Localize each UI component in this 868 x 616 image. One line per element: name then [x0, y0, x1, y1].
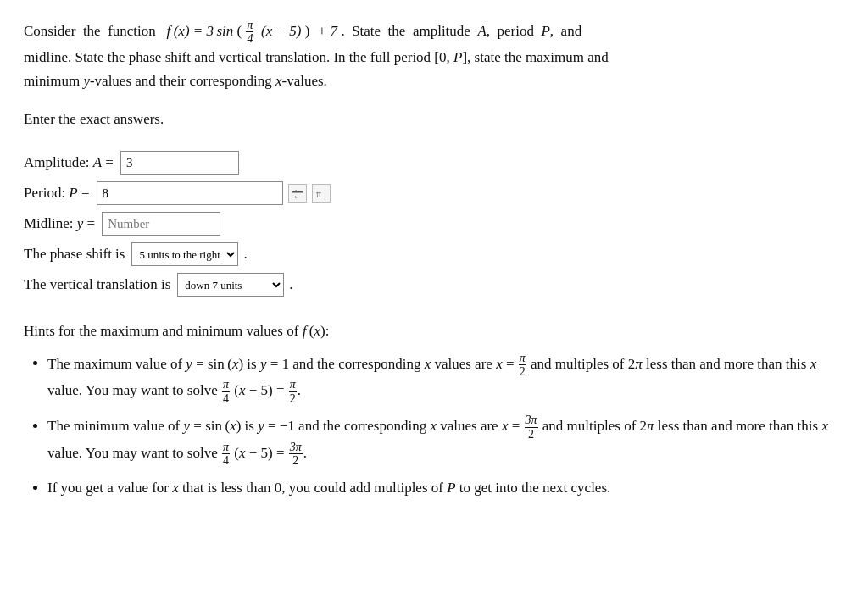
vertical-label: The vertical translation is — [24, 274, 170, 296]
midline-input[interactable] — [102, 212, 220, 236]
midline-row: Midline: y = — [24, 212, 844, 236]
period-icon-2[interactable]: π — [312, 184, 331, 203]
amplitude-label: Amplitude: A = — [24, 152, 114, 174]
vertical-dot: . — [289, 274, 292, 296]
problem-rest2: minimum y-values and their corresponding… — [24, 73, 327, 89]
problem-function: f (x) = 3 sin ( π4 (x − 5) ) + 7 — [167, 23, 342, 39]
problem-statement: Consider the function f (x) = 3 sin ( π4… — [24, 19, 844, 93]
svg-text:π: π — [316, 188, 321, 200]
hints-section: Hints for the maximum and minimum values… — [24, 320, 844, 500]
svg-text:a: a — [295, 188, 298, 192]
amplitude-input[interactable] — [120, 151, 239, 175]
vertical-select[interactable]: down 7 units up 7 units 5 units to the r… — [177, 273, 284, 297]
problem-intro: Consider the function — [24, 23, 163, 39]
hint-min: The minimum value of y = sin (x) is y = … — [47, 413, 844, 468]
hint-max: The maximum value of y = sin (x) is y = … — [47, 352, 844, 406]
period-label: Period: P = — [24, 182, 90, 204]
problem-rest1: midline. State the phase shift and verti… — [24, 49, 609, 65]
problem-container: Consider the function f (x) = 3 sin ( π4… — [24, 19, 844, 500]
exact-answers-label: Enter the exact answers. — [24, 108, 844, 130]
amplitude-row: Amplitude: A = — [24, 151, 844, 175]
phase-label: The phase shift is — [24, 243, 125, 265]
svg-rect-0 — [292, 191, 303, 193]
vertical-row: The vertical translation is down 7 units… — [24, 273, 844, 297]
hints-list: The maximum value of y = sin (x) is y = … — [24, 352, 844, 500]
hint-cycles: If you get a value for x that is less th… — [47, 476, 844, 500]
hints-title: Hints for the maximum and minimum values… — [24, 320, 844, 342]
svg-text:b: b — [295, 195, 298, 199]
phase-dot: . — [243, 243, 247, 265]
phase-select[interactable]: 5 units to the right 5 units to the left… — [131, 242, 238, 266]
midline-label: Midline: y = — [24, 213, 95, 235]
problem-state: . State the amplitude A, period P, and — [341, 23, 581, 39]
period-icon-1[interactable]: ab — [288, 184, 307, 203]
period-row: Period: P = ab π — [24, 181, 844, 205]
period-input[interactable] — [97, 181, 283, 205]
phase-row: The phase shift is 5 units to the right … — [24, 242, 844, 266]
